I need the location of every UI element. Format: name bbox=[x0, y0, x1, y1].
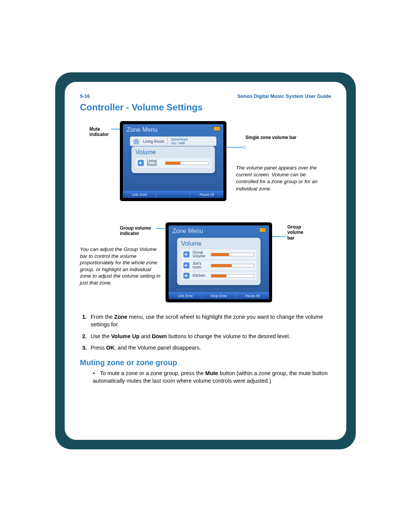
page-content: 5-16 Sonos Digital Music System User Gui… bbox=[65, 82, 346, 440]
track-artist: Spearhead bbox=[171, 137, 188, 141]
mute-icon bbox=[183, 262, 190, 268]
mute-bullet-list: To mute a zone or a zone group, press th… bbox=[93, 369, 331, 385]
track-info: Spearhead Yes I Will bbox=[167, 137, 188, 145]
bottom-bar: Link Zone Pause All bbox=[123, 190, 223, 198]
callout-dot bbox=[243, 145, 246, 149]
popup-title: Volume bbox=[181, 240, 256, 247]
room-name: Living Room bbox=[147, 159, 162, 167]
doc-title: Sonos Digital Music System User Guide bbox=[237, 93, 331, 99]
volume-bar bbox=[211, 274, 254, 278]
screen-title: Zone Menu bbox=[169, 225, 269, 236]
caption-group-zone: You can adjust the Group Volume bar to c… bbox=[80, 246, 162, 286]
page-header: 5-16 Sonos Digital Music System User Gui… bbox=[80, 93, 331, 99]
caption-single-zone: The volume panel appears over the curren… bbox=[236, 165, 327, 192]
callout-dot bbox=[285, 235, 288, 238]
room-name: Group Volume bbox=[193, 251, 208, 258]
volume-popup: Volume Living Room bbox=[131, 146, 215, 173]
section-title-volume: Controller - Volume Settings bbox=[80, 102, 331, 113]
controller-screen-2: Zone Menu Volume Group Volume Joe's room bbox=[166, 222, 272, 302]
diagram-single-zone: Mute indicator Single zone volume bar Zo… bbox=[80, 120, 331, 219]
bb-pause-all: Pause All bbox=[236, 292, 269, 299]
label-group-volume-indicator: Group volume indicator bbox=[120, 225, 158, 236]
volume-row-group: Group Volume bbox=[181, 249, 256, 259]
volume-fill bbox=[166, 162, 180, 165]
step-2: Use the Volume Up and Down buttons to ch… bbox=[88, 332, 331, 340]
step-1: From the Zone menu, use the scroll wheel… bbox=[88, 313, 331, 329]
label-single-zone-bar: Single zone volume bar bbox=[245, 135, 303, 140]
bb-pause-all: Pause All bbox=[190, 191, 223, 198]
screen-title: Zone Menu bbox=[123, 124, 223, 135]
bb-drop-zone: Drop Zone bbox=[202, 292, 236, 299]
mute-icon bbox=[138, 160, 144, 166]
page-frame: 5-16 Sonos Digital Music System User Gui… bbox=[55, 72, 356, 449]
step-3: Press OK, and the Volume panel disappear… bbox=[88, 344, 331, 351]
battery-icon bbox=[213, 126, 220, 131]
zone-card: Living Room Spearhead Yes I Will bbox=[130, 136, 217, 146]
bottom-bar: Link Zone Drop Zone Pause All bbox=[169, 292, 269, 299]
battery-icon bbox=[259, 228, 266, 232]
mute-icon bbox=[183, 251, 190, 257]
section-title-muting: Muting zone or zone group bbox=[80, 358, 331, 367]
volume-fill bbox=[211, 275, 226, 277]
mute-icon bbox=[183, 273, 190, 279]
diagram-group-zone: Group volume indicator Group volume bar … bbox=[80, 225, 331, 309]
zone-card-room: Living Room bbox=[143, 139, 164, 144]
volume-row-joes: Joe's room bbox=[181, 260, 256, 270]
volume-bar bbox=[211, 253, 254, 256]
volume-bar bbox=[211, 264, 254, 267]
track-title: Yes I Will bbox=[171, 141, 188, 145]
volume-popup: Volume Group Volume Joe's room bbox=[177, 238, 261, 285]
room-name: Kitchen bbox=[193, 274, 208, 278]
volume-fill bbox=[211, 264, 232, 267]
label-mute-indicator: Mute indicator bbox=[89, 126, 116, 137]
bb-link-zone: Link Zone bbox=[169, 292, 202, 299]
bb-center bbox=[156, 191, 190, 198]
screen-inner: Zone Menu Volume Group Volume Joe's room bbox=[169, 225, 269, 299]
screen-inner: Zone Menu Living Room Spearhead Yes I Wi… bbox=[123, 124, 223, 198]
house-icon bbox=[132, 138, 140, 144]
room-name: Joe's room bbox=[193, 262, 208, 269]
bb-link-zone: Link Zone bbox=[123, 191, 156, 198]
controller-screen-1: Zone Menu Living Room Spearhead Yes I Wi… bbox=[120, 121, 226, 201]
label-group-volume-bar: Group volume bar bbox=[287, 224, 310, 241]
page-number: 5-16 bbox=[80, 93, 90, 99]
mute-bullet: To mute a zone or a zone group, press th… bbox=[93, 369, 331, 385]
popup-title: Volume bbox=[135, 149, 211, 156]
volume-row: Living Room bbox=[135, 158, 211, 168]
volume-fill bbox=[211, 253, 229, 256]
volume-bar bbox=[165, 161, 209, 165]
volume-row-kitchen: Kitchen bbox=[181, 272, 256, 280]
steps-list: From the Zone menu, use the scroll wheel… bbox=[88, 313, 331, 351]
